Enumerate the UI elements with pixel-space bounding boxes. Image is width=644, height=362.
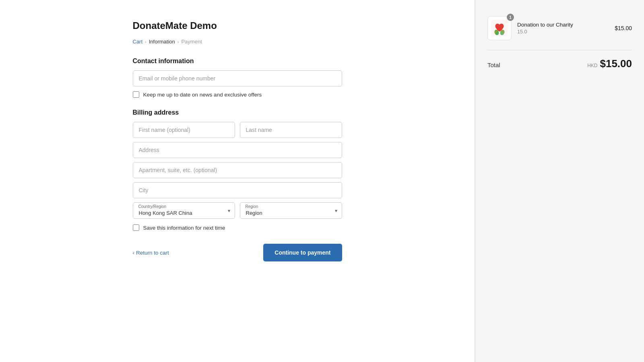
last-name-input[interactable] — [240, 122, 342, 138]
email-field-row — [133, 70, 342, 86]
name-row — [133, 122, 342, 138]
country-select[interactable]: Hong Kong SAR China — [133, 202, 235, 219]
total-row: Total HKD $15.00 — [487, 58, 632, 70]
save-row: Save this information for next time — [133, 224, 342, 231]
first-name-input[interactable] — [133, 122, 235, 138]
breadcrumb-information: Information — [149, 39, 175, 45]
email-input[interactable] — [133, 70, 342, 86]
continue-to-payment-button[interactable]: Continue to payment — [263, 244, 342, 261]
order-item: 1 Donation to our Charity 15.0 $15.00 — [487, 16, 632, 40]
breadcrumb-sep-1: › — [145, 39, 147, 44]
breadcrumb-payment: Payment — [181, 39, 202, 45]
right-panel: 1 Donation to our Charity 15.0 $15.00 To… — [475, 0, 644, 362]
item-subtitle: 15.0 — [517, 29, 609, 35]
save-info-label: Save this information for next time — [143, 225, 225, 231]
billing-section: Billing address Country/Region Hong Kong… — [133, 109, 342, 231]
region-select[interactable]: Region — [240, 202, 342, 219]
save-info-checkbox[interactable] — [133, 224, 139, 231]
breadcrumb: Cart › Information › Payment — [133, 39, 342, 45]
newsletter-row: Keep me up to date on news and exclusive… — [133, 91, 342, 98]
region-select-wrapper: Region Region ▾ — [240, 202, 342, 219]
total-value: $15.00 — [600, 58, 632, 70]
country-region-row: Country/Region Hong Kong SAR China ▾ Reg… — [133, 202, 342, 219]
item-price: $15.00 — [615, 25, 632, 31]
newsletter-label: Keep me up to date on news and exclusive… — [143, 92, 262, 98]
breadcrumb-cart-link[interactable]: Cart — [133, 39, 143, 45]
newsletter-checkbox[interactable] — [133, 91, 139, 98]
order-divider — [487, 50, 632, 50]
item-badge: 1 — [507, 14, 514, 21]
item-info: Donation to our Charity 15.0 — [517, 22, 609, 35]
total-amount: HKD $15.00 — [587, 58, 632, 70]
charity-icon — [491, 20, 508, 37]
city-field-row — [133, 182, 342, 198]
return-to-cart-label: Return to cart — [136, 250, 169, 256]
billing-section-title: Billing address — [133, 109, 342, 116]
left-panel: DonateMate Demo Cart › Information › Pay… — [0, 0, 475, 362]
chevron-left-icon: ‹ — [133, 250, 135, 256]
apartment-field-row — [133, 162, 342, 178]
store-title: DonateMate Demo — [133, 20, 342, 31]
total-label: Total — [487, 62, 500, 68]
contact-section-title: Contact information — [133, 58, 342, 65]
address-field-row — [133, 142, 342, 158]
bottom-actions: ‹ Return to cart Continue to payment — [133, 244, 342, 261]
city-input[interactable] — [133, 182, 342, 198]
item-name: Donation to our Charity — [517, 22, 609, 28]
country-select-wrapper: Country/Region Hong Kong SAR China ▾ — [133, 202, 235, 219]
contact-section: Contact information Keep me up to date o… — [133, 58, 342, 98]
address-input[interactable] — [133, 142, 342, 158]
total-currency: HKD — [587, 63, 597, 68]
product-image-wrapper: 1 — [487, 16, 512, 40]
apartment-input[interactable] — [133, 162, 342, 178]
breadcrumb-sep-2: › — [178, 39, 179, 44]
return-to-cart-link[interactable]: ‹ Return to cart — [133, 250, 169, 256]
